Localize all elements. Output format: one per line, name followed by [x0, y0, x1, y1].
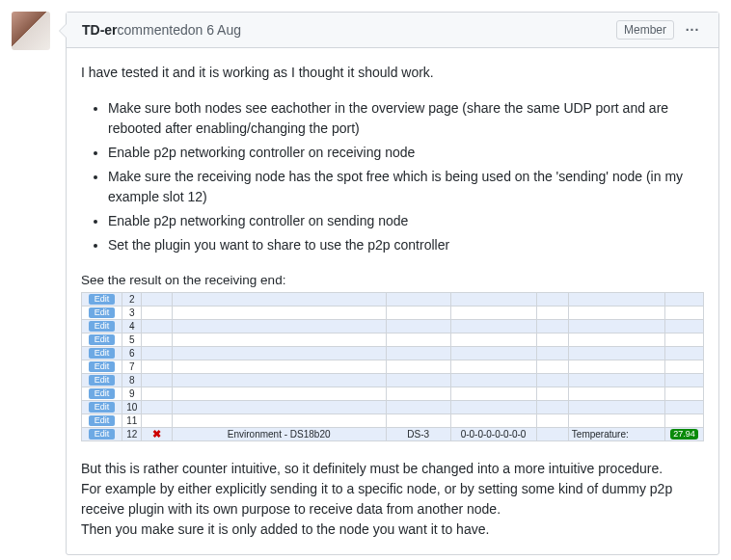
author-link[interactable]: TD-er — [82, 22, 118, 38]
row-num: 3 — [122, 307, 142, 320]
row-num: 5 — [122, 333, 142, 347]
list-item: Make sure the receiving node has the spo… — [108, 167, 704, 207]
list-item: Enable p2p networking controller on send… — [108, 211, 704, 231]
edit-button[interactable]: Edit — [89, 334, 116, 345]
x-icon: ✖ — [152, 428, 161, 440]
edit-button[interactable]: Edit — [89, 415, 116, 426]
row-num: 10 — [122, 401, 142, 414]
table-row: Edit10 — [82, 401, 704, 414]
row-num: 6 — [122, 347, 142, 360]
outro-line: For example by either explicitly sending… — [81, 479, 704, 520]
comment-container: TD-er commented on 6 Aug Member ··· I ha… — [66, 12, 719, 555]
member-badge: Member — [616, 20, 674, 40]
list-item: Set the plugin you want to share to use … — [108, 235, 704, 255]
table-row: Edit8 — [82, 374, 704, 387]
addr-cell: 0-0-0-0-0-0-0-0 — [450, 428, 536, 441]
caret — [59, 23, 67, 39]
see-result-text: See the result on the receiving end: — [81, 271, 704, 290]
comment-body: I have tested it and it is working as I … — [67, 48, 718, 554]
table-row: Edit7 — [82, 360, 704, 374]
table-row: Edit5 — [82, 333, 704, 347]
commented-label: commented — [118, 22, 188, 38]
row-num: 8 — [122, 374, 142, 387]
ds-cell: DS-3 — [386, 428, 450, 441]
edit-button[interactable]: Edit — [89, 348, 116, 359]
edit-button[interactable]: Edit — [89, 375, 116, 386]
row-num: 7 — [122, 360, 142, 374]
list-item: Enable p2p networking controller on rece… — [108, 143, 704, 163]
comment-header: TD-er commented on 6 Aug Member ··· — [67, 13, 718, 48]
list-item: Make sure both nodes see eachother in th… — [108, 98, 704, 139]
edit-button[interactable]: Edit — [89, 402, 116, 413]
timestamp-link[interactable]: on 6 Aug — [188, 22, 241, 38]
table-row: Edit9 — [82, 387, 704, 401]
outro-line: But this is rather counter intuitive, so… — [81, 459, 704, 479]
row-num: 12 — [122, 428, 142, 441]
edit-button[interactable]: Edit — [89, 307, 116, 318]
avatar[interactable] — [12, 12, 50, 50]
table-row: Edit6 — [82, 347, 704, 360]
device-table-image: Edit2Edit3Edit4Edit5Edit6Edit7Edit8Edit9… — [81, 292, 704, 441]
table-row: Edit3 — [82, 307, 704, 320]
row-num: 11 — [122, 414, 142, 428]
edit-button[interactable]: Edit — [89, 361, 116, 372]
table-row: Edit2 — [82, 293, 704, 307]
table-row-active: Edit12✖Environment - DS18b20DS-30-0-0-0-… — [82, 428, 704, 441]
edit-button[interactable]: Edit — [89, 388, 116, 399]
table-row: Edit11 — [82, 414, 704, 428]
temp-value: 27.94 — [670, 429, 698, 440]
outro-line: Then you make sure it is only added to t… — [81, 520, 704, 540]
bullet-list: Make sure both nodes see eachother in th… — [81, 98, 704, 255]
row-num: 4 — [122, 320, 142, 333]
edit-button[interactable]: Edit — [89, 321, 116, 332]
row-num: 2 — [122, 293, 142, 307]
env-cell: Environment - DS18b20 — [172, 428, 386, 441]
row-num: 9 — [122, 387, 142, 401]
edit-button[interactable]: Edit — [89, 429, 116, 440]
intro-text: I have tested it and it is working as I … — [81, 63, 704, 83]
table-row: Edit4 — [82, 320, 704, 333]
edit-button[interactable]: Edit — [89, 294, 116, 305]
kebab-icon[interactable]: ··· — [682, 22, 703, 38]
temp-label: Temperature: — [568, 428, 664, 441]
